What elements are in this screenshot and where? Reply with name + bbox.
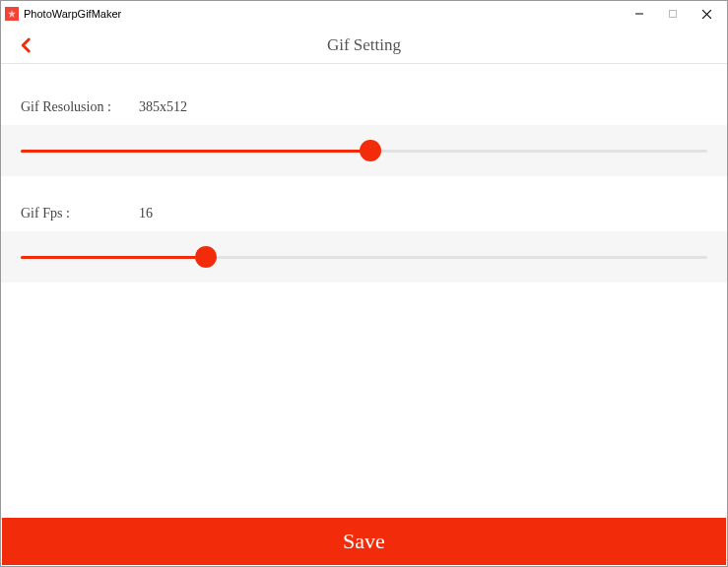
fps-slider[interactable] (21, 245, 707, 269)
app-icon (5, 7, 19, 21)
resolution-slider[interactable] (21, 139, 707, 162)
svg-rect-1 (670, 11, 677, 18)
window-controls (623, 2, 723, 26)
settings-content: Gif Resolusion : 385x512 Gif Fps : 16 (1, 64, 727, 283)
minimize-button[interactable] (623, 2, 656, 26)
resolution-label: Gif Resolusion : (21, 99, 139, 115)
slider-track-fill (21, 150, 370, 153)
save-button-label: Save (343, 529, 385, 554)
page-header: Gif Setting (1, 27, 727, 64)
fps-setting: Gif Fps : 16 (1, 206, 727, 283)
maximize-button (656, 2, 690, 26)
save-button[interactable]: Save (2, 518, 726, 565)
fps-label: Gif Fps : (21, 206, 139, 221)
slider-thumb[interactable] (360, 140, 381, 161)
resolution-setting: Gif Resolusion : 385x512 (1, 99, 727, 176)
close-button[interactable] (690, 2, 723, 26)
resolution-value: 385x512 (139, 99, 187, 115)
page-title: Gif Setting (327, 35, 401, 55)
slider-track-fill (21, 256, 206, 259)
window-title: PhotoWarpGifMaker (24, 8, 121, 20)
slider-thumb[interactable] (195, 246, 217, 268)
titlebar: PhotoWarpGifMaker (1, 1, 727, 27)
fps-value: 16 (139, 206, 153, 221)
back-button[interactable] (15, 33, 38, 57)
